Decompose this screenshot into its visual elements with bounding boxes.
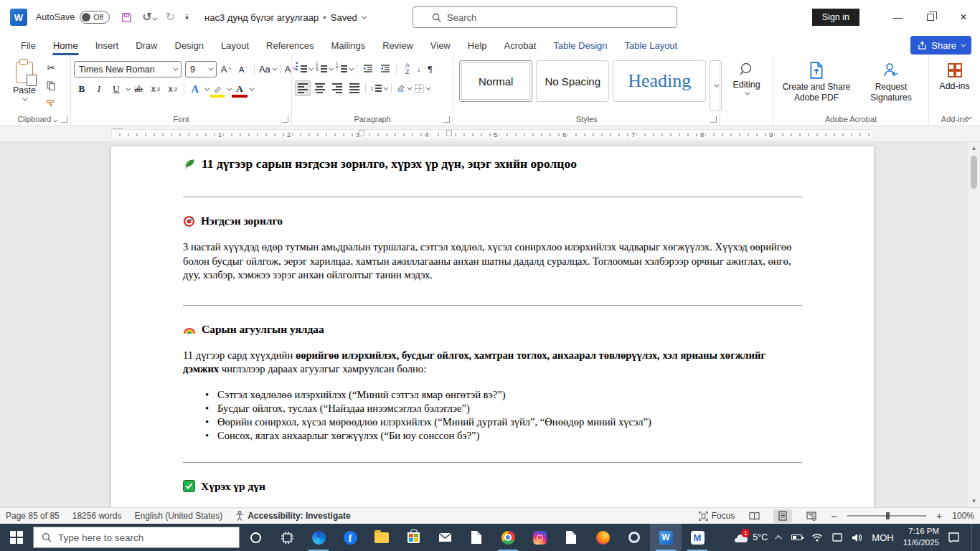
start-button[interactable] — [0, 524, 33, 551]
copy-button[interactable] — [43, 78, 59, 94]
sort-button[interactable]: AZ — [400, 61, 415, 77]
align-center-button[interactable] — [312, 80, 328, 96]
document-page[interactable]: 11 дүгээр сарын нэгдсэн зорилго, хүрэх ү… — [111, 146, 874, 507]
tab-references[interactable]: References — [258, 37, 321, 56]
weather-widget[interactable]: 1 5°C — [732, 532, 768, 543]
tab-insert[interactable]: Insert — [88, 37, 127, 56]
increase-indent-button[interactable] — [377, 61, 393, 77]
volume-icon[interactable] — [852, 533, 862, 542]
edge-icon[interactable] — [303, 524, 334, 551]
font-color-chevron-icon[interactable] — [249, 85, 254, 90]
grow-font-button[interactable]: A^ — [218, 62, 234, 77]
restore-button[interactable] — [914, 3, 947, 32]
customize-qat-icon[interactable]: ▾̄ — [185, 14, 189, 22]
minimize-button[interactable]: — — [881, 3, 914, 32]
wifi-icon[interactable] — [811, 533, 823, 542]
tab-home[interactable]: Home — [45, 37, 86, 56]
m-app-icon[interactable]: M — [682, 524, 713, 551]
create-share-pdf-button[interactable]: Create and Share Adobe PDF — [776, 59, 857, 113]
indent-marker-2[interactable] — [446, 130, 452, 136]
zoom-slider[interactable] — [847, 515, 926, 517]
tab-mailings[interactable]: Mailings — [324, 37, 374, 56]
page-indicator[interactable]: Page 85 of 85 — [6, 511, 60, 521]
web-layout-button[interactable] — [802, 509, 821, 523]
justify-button[interactable] — [347, 80, 362, 96]
show-desktop-button[interactable] — [971, 524, 976, 551]
bold-button[interactable]: B — [74, 81, 90, 97]
editing-button[interactable]: Editing — [727, 59, 766, 113]
word-app-icon[interactable]: W — [10, 9, 27, 26]
tab-view[interactable]: View — [423, 37, 458, 56]
horizontal-ruler[interactable]: 1 2 3 4 5 6 7 8 9 — [111, 129, 874, 139]
autosave-control[interactable]: AutoSave Off — [36, 11, 110, 24]
paragraph-dialog-launcher[interactable] — [443, 116, 450, 123]
facebook-icon[interactable]: f — [334, 524, 366, 551]
tab-review[interactable]: Review — [374, 37, 421, 56]
microsoft-store-icon[interactable] — [397, 524, 429, 551]
font-color-button[interactable]: A — [232, 81, 248, 97]
styles-dialog-launcher[interactable] — [710, 116, 717, 123]
notepad-icon[interactable] — [555, 524, 587, 551]
language-indicator-taskbar[interactable]: MOH — [872, 532, 893, 543]
taskbar-search-input[interactable]: Type here to search — [33, 527, 240, 548]
borders-button[interactable] — [413, 80, 430, 96]
blue-ring-app-icon[interactable] — [618, 524, 650, 551]
shrink-font-button[interactable]: Aˇ — [235, 62, 251, 77]
tab-help[interactable]: Help — [460, 37, 495, 56]
word-taskbar-icon[interactable]: W — [650, 524, 682, 551]
align-right-button[interactable] — [329, 80, 345, 96]
multilevel-list-button[interactable]: 1ai — [335, 61, 354, 77]
zoom-level[interactable]: 100% — [952, 511, 974, 521]
tab-design[interactable]: Design — [167, 37, 212, 56]
word-count[interactable]: 18256 words — [72, 511, 122, 521]
tab-draw[interactable]: Draw — [128, 37, 165, 56]
battery-icon[interactable] — [791, 534, 802, 540]
style-no-spacing[interactable]: No Spacing — [536, 60, 609, 102]
shading-button[interactable] — [395, 80, 412, 96]
search-input[interactable]: Search — [413, 6, 677, 28]
text-effects-button[interactable]: A — [187, 81, 203, 97]
tab-layout[interactable]: Layout — [213, 37, 257, 56]
tab-table-design[interactable]: Table Design — [545, 37, 615, 56]
cut-button[interactable]: ✂ — [43, 60, 59, 76]
line-spacing-button[interactable]: ↕ — [369, 80, 388, 96]
style-heading1[interactable]: Heading — [613, 60, 706, 102]
autosave-toggle[interactable]: Off — [80, 11, 110, 24]
request-signatures-button[interactable]: Request Signatures — [857, 59, 925, 113]
focus-button[interactable]: Focus — [699, 511, 735, 521]
show-hide-pilcrow-button[interactable]: ¶ — [422, 61, 438, 77]
vertical-scrollbar[interactable]: ▲ ▼ — [968, 142, 980, 507]
clock[interactable]: 7:16 PM 11/6/2025 — [903, 526, 939, 548]
sign-in-button[interactable]: Sign in — [812, 9, 859, 26]
underline-button[interactable]: U — [108, 81, 124, 97]
bullets-button[interactable]: ••• — [295, 61, 314, 77]
clipboard-dialog-launcher[interactable] — [61, 116, 67, 123]
document-app-icon[interactable] — [461, 524, 492, 551]
numbering-button[interactable]: 123 — [315, 61, 334, 77]
read-mode-button[interactable] — [745, 509, 763, 523]
scroll-down-icon[interactable]: ▼ — [971, 495, 977, 507]
save-icon[interactable] — [121, 12, 132, 23]
tablet-mode-icon[interactable] — [832, 533, 842, 542]
paste-button[interactable]: Paste — [7, 59, 42, 113]
accessibility-status[interactable]: Accessibility: Investigate — [235, 511, 350, 521]
chrome-icon[interactable] — [492, 524, 524, 551]
tab-table-layout[interactable]: Table Layout — [616, 37, 685, 56]
zoom-out-button[interactable]: − — [831, 510, 837, 522]
mail-icon[interactable] — [429, 524, 461, 551]
file-explorer-icon[interactable] — [366, 524, 397, 551]
zoom-slider-thumb[interactable] — [886, 512, 890, 519]
cortana-icon[interactable] — [240, 524, 271, 551]
scroll-up-icon[interactable]: ▲ — [971, 142, 977, 154]
style-normal[interactable]: Normal — [459, 60, 532, 102]
notification-center-icon[interactable] — [948, 532, 959, 542]
addins-button[interactable]: Add-ins — [933, 59, 975, 113]
undo-icon[interactable]: ↺ — [142, 11, 155, 23]
language-indicator[interactable]: English (United States) — [134, 511, 222, 521]
font-name-select[interactable]: Times New Roman — [74, 61, 182, 77]
format-painter-button[interactable] — [43, 96, 59, 112]
change-case-button[interactable]: Aa — [258, 62, 277, 77]
strikethrough-button[interactable]: ab — [131, 81, 146, 97]
indent-marker[interactable] — [359, 130, 364, 136]
firefox-icon[interactable] — [587, 524, 618, 551]
